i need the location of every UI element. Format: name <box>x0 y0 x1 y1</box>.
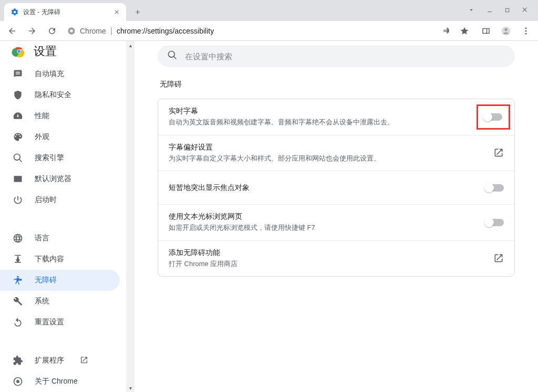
window-minimize-icon[interactable] <box>487 6 493 15</box>
row-primary: 实时字幕 <box>169 107 468 116</box>
sidebar-item-label: 搜索引擎 <box>35 153 64 163</box>
svg-point-10 <box>17 276 18 278</box>
settings-main: 无障碍 实时字幕 自动为英文版音频和视频创建字幕。音频和字幕绝不会从设备中泄露出… <box>134 41 538 392</box>
sidebar-item-label: 关于 Chrome <box>35 377 78 386</box>
row-secondary: 为实时字幕自定义字幕大小和样式。部分应用和网站也会使用此设置。 <box>169 153 485 164</box>
reload-button[interactable] <box>43 23 61 39</box>
sidebar-item-about[interactable]: 关于 Chrome <box>0 371 120 392</box>
scrollbar-up-icon[interactable]: ▴ <box>126 41 134 49</box>
accessibility-icon <box>13 275 23 285</box>
row-caption-prefs[interactable]: 字幕偏好设置 为实时字幕自定义字幕大小和样式。部分应用和网站也会使用此设置。 <box>158 135 514 171</box>
sidebar-item-default-browser[interactable]: 默认浏览器 <box>0 168 120 189</box>
overflow-menu-icon[interactable] <box>517 23 535 39</box>
side-panel-icon[interactable] <box>477 23 495 39</box>
sidebar-item-label: 无障碍 <box>35 276 57 285</box>
tabs-dropdown-icon[interactable] <box>468 6 475 15</box>
sidebar-divider <box>0 343 134 344</box>
bookmark-icon[interactable] <box>456 23 473 39</box>
sidebar-item-extensions[interactable]: 扩展程序 <box>0 350 120 371</box>
window-controls <box>458 0 538 21</box>
row-secondary: 打开 Chrome 应用商店 <box>169 259 485 269</box>
sidebar-item-privacy[interactable]: 隐私和安全 <box>0 84 120 105</box>
sidebar-item-downloads[interactable]: 下载内容 <box>0 249 120 270</box>
browser-tab-active[interactable]: 设置 - 无障碍 <box>4 3 126 21</box>
row-focus-highlight[interactable]: 短暂地突出显示焦点对象 <box>158 171 514 204</box>
reset-icon <box>13 317 23 327</box>
svg-point-3 <box>504 28 507 30</box>
row-caret-browsing[interactable]: 使用文本光标浏览网页 如需开启或关闭光标浏览模式，请使用快捷键 F7 <box>158 204 514 240</box>
sidebar-nav: 自动填充 隐私和安全 性能 外观 搜索引擎 默认浏览器 <box>0 61 134 392</box>
sidebar-item-performance[interactable]: 性能 <box>0 105 120 126</box>
row-primary: 字幕偏好设置 <box>169 143 485 152</box>
sidebar-item-label: 性能 <box>35 111 49 121</box>
settings-page: ▴ ▾ 设置 自动填充 <box>0 41 538 392</box>
svg-point-5 <box>525 30 527 31</box>
sidebar-item-languages[interactable]: 语言 <box>0 228 120 249</box>
highlight-box <box>477 104 510 130</box>
external-link-icon <box>80 356 88 366</box>
sidebar-item-label: 外观 <box>35 132 49 142</box>
settings-search-input[interactable] <box>185 52 505 61</box>
settings-brand-title: 设置 <box>34 44 57 59</box>
browser-window-icon <box>13 174 23 184</box>
sidebar-item-search-engine[interactable]: 搜索引擎 <box>0 147 120 168</box>
sidebar-item-label: 系统 <box>35 296 49 306</box>
sidebar-item-appearance[interactable]: 外观 <box>0 126 120 147</box>
sidebar-column: ▴ ▾ 设置 自动填充 <box>0 41 134 392</box>
gear-icon <box>11 8 19 16</box>
row-primary: 添加无障碍功能 <box>169 248 485 258</box>
browser-tabstrip: 设置 - 无障碍 <box>0 0 538 21</box>
forward-button[interactable] <box>23 23 41 39</box>
settings-content: 无障碍 实时字幕 自动为英文版音频和视频创建字幕。音频和字幕绝不会从设备中泄露出… <box>158 75 515 277</box>
address-bar[interactable]: Chrome | chrome://settings/accessibility <box>63 23 475 39</box>
sidebar-item-onstartup[interactable]: 启动时 <box>0 189 120 210</box>
autofill-icon <box>13 69 23 79</box>
search-icon <box>13 153 23 163</box>
profile-icon[interactable] <box>497 23 515 39</box>
settings-brand: 设置 <box>0 41 134 61</box>
download-icon <box>13 254 23 264</box>
sidebar-item-accessibility[interactable]: 无障碍 <box>0 270 120 291</box>
chrome-product-icon <box>67 27 76 35</box>
search-icon <box>167 50 178 62</box>
new-tab-button[interactable] <box>130 5 145 19</box>
row-primary: 短暂地突出显示焦点对象 <box>169 183 478 193</box>
live-caption-toggle[interactable] <box>484 113 502 121</box>
tab-close-icon[interactable] <box>112 8 121 16</box>
row-secondary: 如需开启或关闭光标浏览模式，请使用快捷键 F7 <box>169 223 478 233</box>
address-url: chrome://settings/accessibility <box>117 27 214 35</box>
globe-icon <box>13 233 23 243</box>
sidebar-item-label: 隐私和安全 <box>35 90 71 100</box>
caret-browsing-toggle[interactable] <box>486 219 504 226</box>
sidebar-item-label: 启动时 <box>35 195 57 205</box>
address-separator: | <box>110 26 112 36</box>
section-title: 无障碍 <box>158 75 515 99</box>
sidebar-divider <box>0 221 134 221</box>
external-link-icon <box>493 253 504 263</box>
sidebar-item-label: 默认浏览器 <box>35 174 71 184</box>
scrollbar-down-icon[interactable]: ▾ <box>126 384 134 392</box>
sidebar-item-label: 扩展程序 <box>35 356 64 365</box>
window-close-icon[interactable] <box>522 6 529 15</box>
share-icon[interactable] <box>438 23 455 39</box>
sidebar-item-label: 下载内容 <box>35 255 64 264</box>
sidebar-item-autofill[interactable]: 自动填充 <box>0 63 120 84</box>
window-maximize-icon[interactable] <box>504 6 510 15</box>
settings-search[interactable] <box>158 45 515 67</box>
row-live-caption[interactable]: 实时字幕 自动为英文版音频和视频创建字幕。音频和字幕绝不会从设备中泄露出去。 <box>158 99 514 135</box>
back-button[interactable] <box>3 23 21 39</box>
power-icon <box>13 195 23 205</box>
focus-highlight-toggle[interactable] <box>486 184 504 192</box>
sidebar-item-label: 重置设置 <box>35 317 64 327</box>
chrome-outline-icon <box>13 376 23 387</box>
row-add-accessibility[interactable]: 添加无障碍功能 打开 Chrome 应用商店 <box>158 240 514 277</box>
sidebar-item-reset[interactable]: 重置设置 <box>0 312 120 333</box>
sidebar-scrollbar[interactable]: ▴ ▾ <box>126 41 134 392</box>
toolbar-right-actions <box>438 23 473 39</box>
browser-tab-title: 设置 - 无障碍 <box>23 8 108 17</box>
sidebar-item-system[interactable]: 系统 <box>0 291 120 312</box>
row-primary: 使用文本光标浏览网页 <box>169 212 478 221</box>
wrench-icon <box>13 296 23 306</box>
row-secondary: 自动为英文版音频和视频创建字幕。音频和字幕绝不会从设备中泄露出去。 <box>169 117 468 128</box>
svg-point-4 <box>525 27 527 29</box>
